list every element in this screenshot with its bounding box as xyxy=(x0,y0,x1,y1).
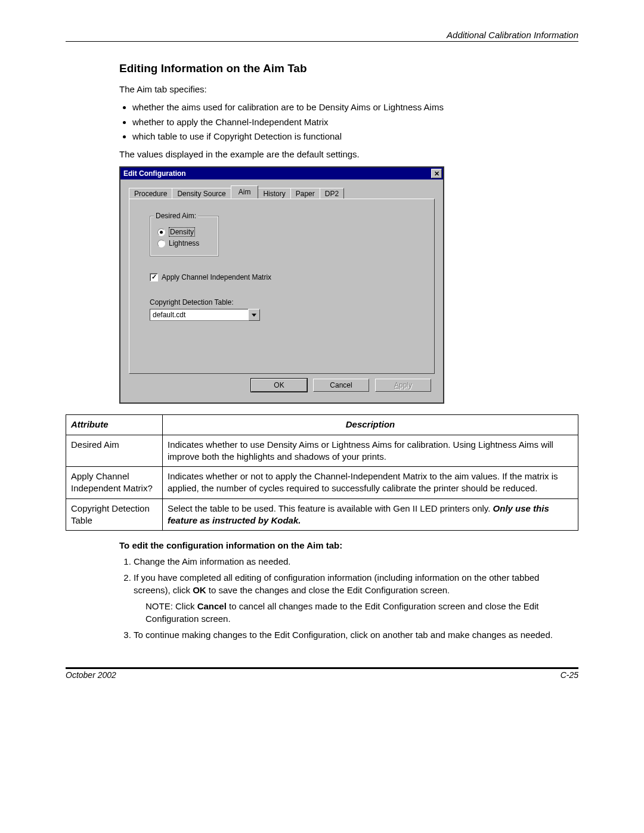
attribute-table: Attribute Description Desired Aim Indica… xyxy=(66,414,578,531)
intro-text: The Aim tab specifies: xyxy=(119,83,578,95)
edit-configuration-dialog: Edit Configuration ✕ Procedure Density S… xyxy=(119,166,444,404)
procedure-heading: To edit the configuration information on… xyxy=(119,540,578,550)
note-text: NOTE: Click xyxy=(145,601,197,611)
bullet-item: whether to apply the Channel-Independent… xyxy=(132,116,578,128)
bullet-item: which table to use if Copyright Detectio… xyxy=(132,131,578,143)
ok-button[interactable]: OK xyxy=(251,379,307,392)
header-right: Additional Calibration Information xyxy=(447,30,578,40)
desc-text: Select the table to be used. This featur… xyxy=(168,503,493,513)
table-row: Copyright Detection Table Select the tab… xyxy=(66,498,578,531)
radio-label: Density xyxy=(169,227,195,237)
attr-cell: Desired Aim xyxy=(66,435,163,467)
radio-label: Lightness xyxy=(169,239,199,247)
radio-lightness[interactable]: Lightness xyxy=(157,239,211,247)
step-item: To continue making changes to the Edit C… xyxy=(134,628,578,641)
tab-procedure[interactable]: Procedure xyxy=(129,188,172,199)
group-legend: Desired Aim: xyxy=(154,212,198,220)
copyright-table-select[interactable]: default.cdt xyxy=(150,309,260,321)
defaults-note: The values displayed in the example are … xyxy=(119,148,578,160)
table-header-row: Attribute Description xyxy=(66,415,578,435)
radio-density[interactable]: Density xyxy=(157,227,211,237)
footer-left: October 2002 xyxy=(66,670,116,680)
chevron-down-icon[interactable] xyxy=(248,309,260,321)
radio-icon xyxy=(157,240,165,247)
desc-cell: Indicates whether to use Density Aims or… xyxy=(163,435,578,467)
tab-history[interactable]: History xyxy=(258,188,290,199)
intro-bullets: whether the aims used for calibration ar… xyxy=(119,101,578,143)
step-text: to save the changes and close the Edit C… xyxy=(206,585,450,595)
checkbox-icon: ✓ xyxy=(150,273,158,281)
desired-aim-group: Desired Aim: Density Lightness xyxy=(150,216,219,256)
apply-matrix-checkbox[interactable]: ✓ Apply Channel Independent Matrix xyxy=(150,273,420,281)
close-icon[interactable]: ✕ xyxy=(431,169,442,178)
section-title: Editing Information on the Aim Tab xyxy=(119,62,578,75)
step-item: Change the Aim information as needed. xyxy=(134,555,578,568)
cancel-button[interactable]: Cancel xyxy=(313,379,369,392)
col-attribute: Attribute xyxy=(66,415,163,435)
attr-cell: Apply Channel Independent Matrix? xyxy=(66,467,163,499)
step-item: If you have completed all editing of con… xyxy=(134,571,578,625)
bullet-item: whether the aims used for calibration ar… xyxy=(132,101,578,113)
page-header: Additional Calibration Information xyxy=(66,30,578,42)
apply-button[interactable]: Apply xyxy=(375,379,431,392)
step-note: NOTE: Click Cancel to cancel all changes… xyxy=(145,600,578,625)
col-description: Description xyxy=(163,415,578,435)
table-row: Apply Channel Independent Matrix? Indica… xyxy=(66,467,578,499)
note-bold: Cancel xyxy=(197,601,227,611)
tab-strip: Procedure Density Source Aim History Pap… xyxy=(129,185,435,199)
table-row: Desired Aim Indicates whether to use Den… xyxy=(66,435,578,467)
tab-panel-aim: Desired Aim: Density Lightness ✓ xyxy=(129,199,435,374)
checkbox-label: Apply Channel Independent Matrix xyxy=(162,273,271,281)
tab-dp2[interactable]: DP2 xyxy=(320,188,344,199)
attr-cell: Copyright Detection Table xyxy=(66,498,163,531)
desc-cell: Select the table to be used. This featur… xyxy=(163,498,578,531)
footer-right: C-25 xyxy=(561,670,578,680)
radio-icon xyxy=(157,228,165,236)
tab-paper[interactable]: Paper xyxy=(290,188,320,199)
procedure-steps: Change the Aim information as needed. If… xyxy=(119,555,578,641)
tab-density-source[interactable]: Density Source xyxy=(172,188,231,199)
tab-aim[interactable]: Aim xyxy=(231,185,259,199)
desc-cell: Indicates whether or not to apply the Ch… xyxy=(163,467,578,499)
combo-value: default.cdt xyxy=(150,309,248,321)
dialog-button-row: OK Cancel Apply xyxy=(129,374,435,395)
step-bold: OK xyxy=(193,585,206,595)
dialog-titlebar: Edit Configuration ✕ xyxy=(120,168,443,179)
page-footer: October 2002 C-25 xyxy=(66,667,578,680)
dialog-title: Edit Configuration xyxy=(123,169,186,178)
copyright-label: Copyright Detection Table: xyxy=(150,298,420,306)
